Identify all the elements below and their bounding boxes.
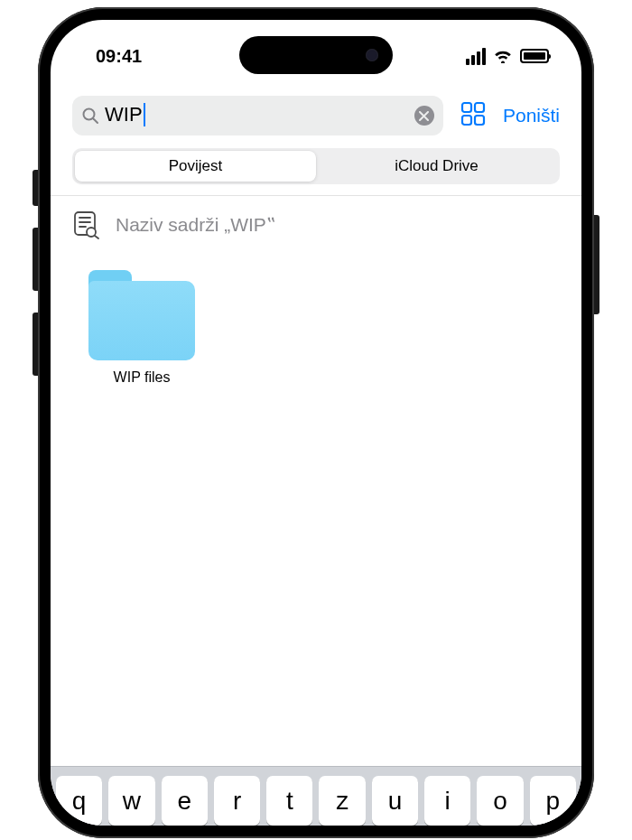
text-cursor [144,103,145,126]
svg-point-0 [84,109,95,120]
key-r[interactable]: r [214,776,260,826]
svg-rect-3 [475,103,484,112]
search-suggestion-row[interactable]: Naziv sadrži „WIP‟ [51,196,581,254]
key-p[interactable]: p [530,776,576,826]
svg-line-10 [95,236,98,238]
clear-search-button[interactable] [414,106,434,126]
folder-label: WIP files [74,369,209,386]
status-time: 09:41 [96,46,142,67]
key-t[interactable]: t [266,776,312,826]
scope-segmented-control: Povijest iCloud Drive [72,148,560,184]
key-q[interactable]: q [56,776,102,826]
search-input-text: WIP [105,103,143,126]
side-buttons-right [594,215,599,314]
results-grid: WIP files [51,254,581,402]
key-u[interactable]: u [372,776,418,826]
wifi-icon [493,49,513,63]
svg-rect-2 [462,103,471,112]
dynamic-island [239,36,393,74]
folder-icon [83,270,200,360]
key-w[interactable]: w [108,776,154,826]
key-e[interactable]: e [162,776,208,826]
svg-rect-4 [462,116,471,125]
view-mode-button[interactable] [460,100,487,131]
camera-dot [366,49,378,61]
suggestion-text: Naziv sadrži „WIP‟ [116,214,276,236]
top-controls: WIP Poništi [51,76,581,148]
svg-line-1 [94,119,98,124]
document-search-icon [74,210,99,239]
key-z[interactable]: z [319,776,365,826]
search-input[interactable]: WIP [105,103,409,128]
phone-frame: 09:41 WIP [38,7,594,838]
search-field[interactable]: WIP [72,96,443,135]
cancel-button[interactable]: Poništi [503,105,560,126]
search-icon [81,107,99,125]
tab-icloud-drive[interactable]: iCloud Drive [316,151,557,182]
side-buttons-left [33,170,38,397]
key-o[interactable]: o [477,776,523,826]
screen: 09:41 WIP [51,20,581,826]
tab-history[interactable]: Povijest [75,151,316,182]
cellular-icon [466,48,486,65]
keyboard: q w e r t z u i o p [51,766,581,826]
svg-rect-5 [475,116,484,125]
battery-icon [520,49,549,63]
key-i[interactable]: i [424,776,470,826]
folder-item[interactable]: WIP files [74,270,209,386]
